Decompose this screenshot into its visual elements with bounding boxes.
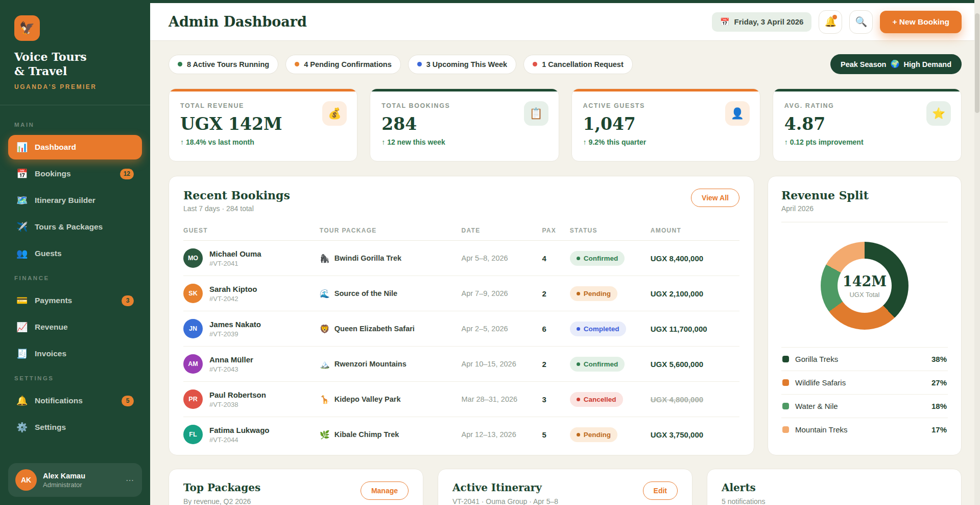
main-area: Admin Dashboard 📅 Friday, 3 April 2026 🔔… bbox=[150, 0, 980, 505]
badge-count: 3 bbox=[122, 295, 134, 306]
table-row[interactable]: AMAnna Müller#VT-2043🏔️Rwenzori Mountain… bbox=[183, 347, 739, 382]
status-dot-icon bbox=[577, 398, 580, 401]
sidebar-item-itinerary-builder[interactable]: 🗺️Itinerary Builder bbox=[8, 188, 142, 213]
guests-icon: 👥 bbox=[16, 248, 28, 259]
avatar: JN bbox=[183, 319, 203, 338]
date-cell: Mar 28–31, 2026 bbox=[461, 395, 542, 403]
sidebar-item-tours-packages[interactable]: ✈️Tours & Packages bbox=[8, 215, 142, 239]
status-badge: Pending bbox=[570, 427, 617, 442]
user-menu-button[interactable]: ⋯ bbox=[126, 475, 135, 485]
brand-name: Voice Tours & Travel bbox=[14, 50, 136, 78]
stat-label: AVG. RATING bbox=[784, 102, 950, 109]
search-button[interactable]: 🔍 bbox=[849, 10, 873, 34]
table-row[interactable]: FLFatima Lukwago#VT-2044🌿Kibale Chimp Tr… bbox=[183, 417, 739, 452]
sidebar-item-settings[interactable]: ⚙️Settings bbox=[8, 415, 142, 440]
sidebar-item-revenue[interactable]: 📈Revenue bbox=[8, 315, 142, 339]
view-all-button[interactable]: View All bbox=[691, 189, 739, 207]
manage-button[interactable]: Manage bbox=[361, 481, 409, 500]
status-label: Pending bbox=[584, 290, 611, 297]
brand-tagline: UGANDA'S PREMIER bbox=[14, 83, 136, 90]
package-cell: 🦍Bwindi Gorilla Trek bbox=[320, 254, 462, 263]
status-dot-icon bbox=[577, 292, 580, 295]
legend-percentage: 27% bbox=[931, 378, 947, 387]
package-name: Rwenzori Mountains bbox=[334, 360, 407, 368]
status-pill-1-cancellation-request[interactable]: 1 Cancellation Request bbox=[523, 55, 633, 74]
clipboard-icon: 📋 bbox=[524, 101, 548, 126]
user-card[interactable]: AK Alex Kamau Administrator ⋯ bbox=[8, 463, 142, 497]
sidebar-item-notifications[interactable]: 🔔Notifications5 bbox=[8, 388, 142, 413]
bookings-title: Recent Bookings bbox=[183, 189, 290, 202]
sidebar-item-bookings[interactable]: 📅Bookings12 bbox=[8, 162, 142, 186]
guest-info: Fatima Lukwago#VT-2044 bbox=[209, 426, 270, 444]
status-pill-8-active-tours-running[interactable]: 8 Active Tours Running bbox=[169, 55, 278, 74]
status-badge: Pending bbox=[570, 286, 617, 301]
guest-name: Anna Müller bbox=[209, 355, 253, 364]
scrollbar[interactable] bbox=[974, 0, 980, 505]
bookings-heading: Recent Bookings Last 7 days · 284 total bbox=[183, 189, 290, 213]
legend-swatch-icon bbox=[782, 356, 789, 362]
bookings-icon: 📅 bbox=[16, 168, 28, 179]
date-chip[interactable]: 📅 Friday, 3 April 2026 bbox=[712, 12, 812, 32]
sidebar-item-invoices[interactable]: 🧾Invoices bbox=[8, 341, 142, 366]
guest-name: Sarah Kiptoo bbox=[209, 285, 257, 293]
status-cell: Pending bbox=[570, 427, 651, 442]
table-row[interactable]: JNJames Nakato#VT-2039🦁Queen Elizabeth S… bbox=[183, 311, 739, 347]
table-row[interactable]: PRPaul Robertson#VT-2038🦒Kidepo Valley P… bbox=[183, 382, 739, 417]
status-pill-label: 3 Upcoming This Week bbox=[426, 60, 507, 68]
guest-name: Michael Ouma bbox=[209, 249, 261, 258]
status-label: Confirmed bbox=[584, 360, 618, 368]
brand-name-line2: & Travel bbox=[14, 64, 136, 79]
legend-percentage: 17% bbox=[931, 425, 947, 434]
package-icon: 🏔️ bbox=[320, 359, 330, 369]
package-name: Queen Elizabeth Safari bbox=[334, 325, 415, 333]
edit-button[interactable]: Edit bbox=[643, 481, 678, 500]
date-cell: Apr 12–13, 2026 bbox=[461, 430, 542, 439]
status-dot-icon bbox=[417, 62, 422, 66]
brand: 🦅 Voice Tours & Travel UGANDA'S PREMIER bbox=[0, 0, 150, 103]
settings-icon: ⚙️ bbox=[16, 422, 28, 433]
donut-wrap: 142M UGX Total bbox=[781, 242, 948, 330]
package-icon: 🦍 bbox=[320, 254, 330, 263]
sidebar-item-label: Guests bbox=[35, 249, 62, 258]
sidebar-item-dashboard[interactable]: 📊Dashboard bbox=[8, 135, 142, 159]
status-pill-3-upcoming-this-week[interactable]: 3 Upcoming This Week bbox=[408, 55, 516, 74]
scrollbar-thumb[interactable] bbox=[975, 13, 979, 113]
user-info: Alex Kamau Administrator bbox=[43, 472, 85, 489]
bottom-cards-grid: Top PackagesBy revenue, Q2 2026ManageAct… bbox=[169, 469, 962, 505]
money-bag-icon: 💰 bbox=[322, 101, 347, 126]
notifications-button[interactable]: 🔔 bbox=[819, 10, 842, 34]
donut-center-value: 142M bbox=[843, 273, 887, 289]
bottom-card-text: Active ItineraryVT-2041 · Ouma Group · A… bbox=[452, 481, 558, 505]
status-badge: Completed bbox=[570, 322, 626, 336]
sidebar-item-guests[interactable]: 👥Guests bbox=[8, 241, 142, 266]
invoices-icon: 🧾 bbox=[16, 348, 28, 359]
status-pill-4-pending-confirmations[interactable]: 4 Pending Confirmations bbox=[285, 55, 401, 74]
stat-value: 1,047 bbox=[583, 114, 749, 134]
avatar: PR bbox=[183, 389, 203, 409]
table-row[interactable]: SKSarah Kiptoo#VT-2042🌊Source of the Nil… bbox=[183, 276, 739, 311]
stat-card-active-guests: ACTIVE GUESTS1,047↑ 9.2% this quarter👤 bbox=[571, 88, 760, 162]
search-icon: 🔍 bbox=[855, 16, 868, 28]
legend-label: Mountain Treks bbox=[795, 425, 848, 434]
status-pill-label: 8 Active Tours Running bbox=[187, 60, 269, 68]
table-row[interactable]: MOMichael Ouma#VT-2041🦍Bwindi Gorilla Tr… bbox=[183, 241, 739, 276]
guest-booking-id: #VT-2043 bbox=[209, 365, 253, 373]
amount-cell: UGX 11,700,000 bbox=[651, 325, 739, 333]
amount-cell: UGX 5,600,000 bbox=[651, 360, 739, 369]
sidebar-divider bbox=[0, 105, 150, 105]
bookings-subtitle: Last 7 days · 284 total bbox=[183, 204, 290, 213]
stat-accent-bar bbox=[370, 89, 558, 91]
package-name: Source of the Nile bbox=[334, 289, 397, 297]
header: Admin Dashboard 📅 Friday, 3 April 2026 🔔… bbox=[150, 3, 980, 41]
stat-trend: ↑ 18.4% vs last month bbox=[180, 138, 346, 146]
sidebar-item-payments[interactable]: 💳Payments3 bbox=[8, 288, 142, 313]
bookings-panel-head: Recent Bookings Last 7 days · 284 total … bbox=[183, 189, 739, 213]
guest-info: Paul Robertson#VT-2038 bbox=[209, 391, 266, 408]
package-cell: 🏔️Rwenzori Mountains bbox=[320, 359, 462, 369]
tours-packages-icon: ✈️ bbox=[16, 221, 28, 233]
stat-trend: ↑ 0.12 pts improvement bbox=[784, 138, 950, 146]
legend-percentage: 18% bbox=[931, 402, 947, 410]
stat-card-avg-rating: AVG. RATING4.87↑ 0.12 pts improvement⭐ bbox=[773, 88, 962, 162]
new-booking-button[interactable]: + New Booking bbox=[880, 11, 962, 33]
peak-badge-left: Peak Season bbox=[841, 60, 886, 68]
